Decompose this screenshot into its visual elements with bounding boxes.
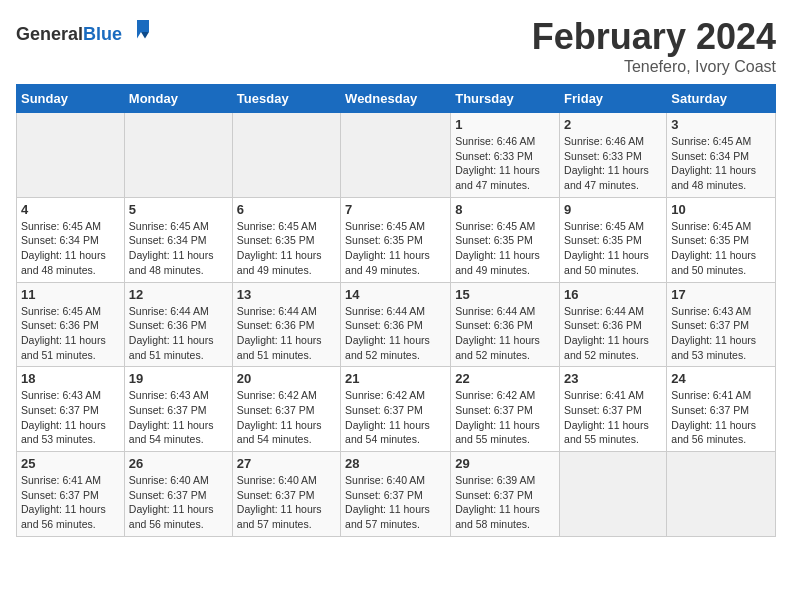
week-row-4: 25Sunrise: 6:41 AM Sunset: 6:37 PM Dayli… xyxy=(17,452,776,537)
day-cell xyxy=(560,452,667,537)
day-cell: 1Sunrise: 6:46 AM Sunset: 6:33 PM Daylig… xyxy=(451,113,560,198)
day-cell xyxy=(341,113,451,198)
day-cell: 23Sunrise: 6:41 AM Sunset: 6:37 PM Dayli… xyxy=(560,367,667,452)
day-number: 21 xyxy=(345,371,446,386)
day-cell: 6Sunrise: 6:45 AM Sunset: 6:35 PM Daylig… xyxy=(232,197,340,282)
week-row-3: 18Sunrise: 6:43 AM Sunset: 6:37 PM Dayli… xyxy=(17,367,776,452)
day-cell: 15Sunrise: 6:44 AM Sunset: 6:36 PM Dayli… xyxy=(451,282,560,367)
day-info: Sunrise: 6:43 AM Sunset: 6:37 PM Dayligh… xyxy=(129,388,228,447)
day-info: Sunrise: 6:41 AM Sunset: 6:37 PM Dayligh… xyxy=(671,388,771,447)
day-cell: 3Sunrise: 6:45 AM Sunset: 6:34 PM Daylig… xyxy=(667,113,776,198)
calendar-body: 1Sunrise: 6:46 AM Sunset: 6:33 PM Daylig… xyxy=(17,113,776,537)
day-info: Sunrise: 6:45 AM Sunset: 6:34 PM Dayligh… xyxy=(671,134,771,193)
day-number: 5 xyxy=(129,202,228,217)
day-number: 2 xyxy=(564,117,662,132)
day-info: Sunrise: 6:45 AM Sunset: 6:35 PM Dayligh… xyxy=(237,219,336,278)
day-info: Sunrise: 6:46 AM Sunset: 6:33 PM Dayligh… xyxy=(455,134,555,193)
day-info: Sunrise: 6:40 AM Sunset: 6:37 PM Dayligh… xyxy=(129,473,228,532)
day-cell: 26Sunrise: 6:40 AM Sunset: 6:37 PM Dayli… xyxy=(124,452,232,537)
day-cell xyxy=(124,113,232,198)
day-number: 27 xyxy=(237,456,336,471)
day-cell xyxy=(17,113,125,198)
day-number: 20 xyxy=(237,371,336,386)
day-number: 16 xyxy=(564,287,662,302)
day-cell: 25Sunrise: 6:41 AM Sunset: 6:37 PM Dayli… xyxy=(17,452,125,537)
day-cell xyxy=(667,452,776,537)
day-info: Sunrise: 6:42 AM Sunset: 6:37 PM Dayligh… xyxy=(345,388,446,447)
day-cell: 19Sunrise: 6:43 AM Sunset: 6:37 PM Dayli… xyxy=(124,367,232,452)
day-number: 17 xyxy=(671,287,771,302)
day-number: 11 xyxy=(21,287,120,302)
day-number: 25 xyxy=(21,456,120,471)
day-cell: 17Sunrise: 6:43 AM Sunset: 6:37 PM Dayli… xyxy=(667,282,776,367)
day-cell: 18Sunrise: 6:43 AM Sunset: 6:37 PM Dayli… xyxy=(17,367,125,452)
day-cell: 14Sunrise: 6:44 AM Sunset: 6:36 PM Dayli… xyxy=(341,282,451,367)
header-saturday: Saturday xyxy=(667,85,776,113)
day-info: Sunrise: 6:44 AM Sunset: 6:36 PM Dayligh… xyxy=(455,304,555,363)
day-cell: 11Sunrise: 6:45 AM Sunset: 6:36 PM Dayli… xyxy=(17,282,125,367)
day-cell: 16Sunrise: 6:44 AM Sunset: 6:36 PM Dayli… xyxy=(560,282,667,367)
day-cell: 10Sunrise: 6:45 AM Sunset: 6:35 PM Dayli… xyxy=(667,197,776,282)
day-info: Sunrise: 6:41 AM Sunset: 6:37 PM Dayligh… xyxy=(21,473,120,532)
day-info: Sunrise: 6:40 AM Sunset: 6:37 PM Dayligh… xyxy=(345,473,446,532)
day-number: 1 xyxy=(455,117,555,132)
logo-icon xyxy=(129,16,153,40)
day-number: 6 xyxy=(237,202,336,217)
day-cell: 22Sunrise: 6:42 AM Sunset: 6:37 PM Dayli… xyxy=(451,367,560,452)
day-number: 9 xyxy=(564,202,662,217)
day-number: 26 xyxy=(129,456,228,471)
day-info: Sunrise: 6:40 AM Sunset: 6:37 PM Dayligh… xyxy=(237,473,336,532)
day-info: Sunrise: 6:44 AM Sunset: 6:36 PM Dayligh… xyxy=(237,304,336,363)
page-header: GeneralBlue February 2024 Tenefero, Ivor… xyxy=(16,16,776,76)
header-wednesday: Wednesday xyxy=(341,85,451,113)
header-sunday: Sunday xyxy=(17,85,125,113)
header-row: SundayMondayTuesdayWednesdayThursdayFrid… xyxy=(17,85,776,113)
day-number: 3 xyxy=(671,117,771,132)
day-number: 10 xyxy=(671,202,771,217)
day-info: Sunrise: 6:45 AM Sunset: 6:35 PM Dayligh… xyxy=(345,219,446,278)
logo-blue: Blue xyxy=(83,24,122,44)
day-cell: 8Sunrise: 6:45 AM Sunset: 6:35 PM Daylig… xyxy=(451,197,560,282)
day-info: Sunrise: 6:45 AM Sunset: 6:34 PM Dayligh… xyxy=(21,219,120,278)
day-cell: 29Sunrise: 6:39 AM Sunset: 6:37 PM Dayli… xyxy=(451,452,560,537)
day-cell: 27Sunrise: 6:40 AM Sunset: 6:37 PM Dayli… xyxy=(232,452,340,537)
week-row-1: 4Sunrise: 6:45 AM Sunset: 6:34 PM Daylig… xyxy=(17,197,776,282)
day-info: Sunrise: 6:39 AM Sunset: 6:37 PM Dayligh… xyxy=(455,473,555,532)
day-info: Sunrise: 6:41 AM Sunset: 6:37 PM Dayligh… xyxy=(564,388,662,447)
day-info: Sunrise: 6:44 AM Sunset: 6:36 PM Dayligh… xyxy=(129,304,228,363)
day-number: 22 xyxy=(455,371,555,386)
day-info: Sunrise: 6:44 AM Sunset: 6:36 PM Dayligh… xyxy=(345,304,446,363)
day-info: Sunrise: 6:46 AM Sunset: 6:33 PM Dayligh… xyxy=(564,134,662,193)
day-info: Sunrise: 6:45 AM Sunset: 6:35 PM Dayligh… xyxy=(564,219,662,278)
day-cell xyxy=(232,113,340,198)
day-number: 15 xyxy=(455,287,555,302)
day-number: 29 xyxy=(455,456,555,471)
title-area: February 2024 Tenefero, Ivory Coast xyxy=(532,16,776,76)
day-info: Sunrise: 6:44 AM Sunset: 6:36 PM Dayligh… xyxy=(564,304,662,363)
day-cell: 20Sunrise: 6:42 AM Sunset: 6:37 PM Dayli… xyxy=(232,367,340,452)
header-friday: Friday xyxy=(560,85,667,113)
day-number: 12 xyxy=(129,287,228,302)
day-info: Sunrise: 6:43 AM Sunset: 6:37 PM Dayligh… xyxy=(21,388,120,447)
day-cell: 9Sunrise: 6:45 AM Sunset: 6:35 PM Daylig… xyxy=(560,197,667,282)
day-cell: 5Sunrise: 6:45 AM Sunset: 6:34 PM Daylig… xyxy=(124,197,232,282)
day-cell: 4Sunrise: 6:45 AM Sunset: 6:34 PM Daylig… xyxy=(17,197,125,282)
day-info: Sunrise: 6:42 AM Sunset: 6:37 PM Dayligh… xyxy=(455,388,555,447)
svg-marker-1 xyxy=(141,32,149,38)
day-info: Sunrise: 6:42 AM Sunset: 6:37 PM Dayligh… xyxy=(237,388,336,447)
svg-marker-0 xyxy=(137,20,149,38)
day-number: 24 xyxy=(671,371,771,386)
day-cell: 28Sunrise: 6:40 AM Sunset: 6:37 PM Dayli… xyxy=(341,452,451,537)
day-cell: 7Sunrise: 6:45 AM Sunset: 6:35 PM Daylig… xyxy=(341,197,451,282)
logo-general: General xyxy=(16,24,83,44)
week-row-2: 11Sunrise: 6:45 AM Sunset: 6:36 PM Dayli… xyxy=(17,282,776,367)
day-number: 14 xyxy=(345,287,446,302)
day-number: 8 xyxy=(455,202,555,217)
day-info: Sunrise: 6:45 AM Sunset: 6:36 PM Dayligh… xyxy=(21,304,120,363)
day-info: Sunrise: 6:45 AM Sunset: 6:35 PM Dayligh… xyxy=(455,219,555,278)
main-title: February 2024 xyxy=(532,16,776,58)
logo: GeneralBlue xyxy=(16,16,153,45)
header-thursday: Thursday xyxy=(451,85,560,113)
header-monday: Monday xyxy=(124,85,232,113)
day-info: Sunrise: 6:45 AM Sunset: 6:34 PM Dayligh… xyxy=(129,219,228,278)
